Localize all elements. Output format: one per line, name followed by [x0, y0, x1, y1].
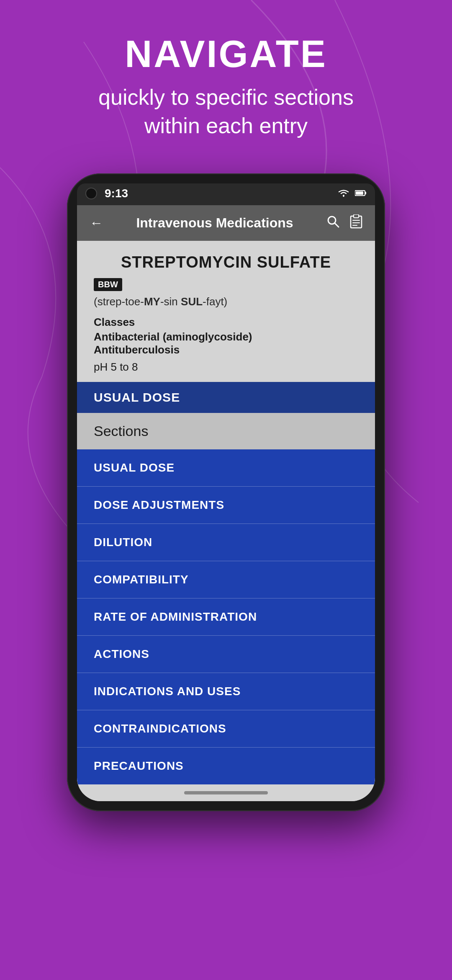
- classes-label: Classes: [94, 314, 358, 330]
- section-item-usual-dose[interactable]: USUAL DOSE: [77, 449, 375, 487]
- search-icon[interactable]: [326, 215, 340, 231]
- sections-popup: Sections USUAL DOSE DOSE ADJUSTMENTS DIL…: [77, 413, 375, 784]
- sections-title-row: Sections: [77, 413, 375, 449]
- class-item-2: Antituberculosis: [94, 343, 358, 356]
- phone-outer: 9:13: [67, 173, 385, 811]
- bbw-badge: BBW: [94, 278, 122, 291]
- status-time: 9:13: [105, 187, 128, 200]
- svg-point-0: [343, 195, 344, 196]
- back-button[interactable]: ←: [90, 215, 103, 231]
- section-item-compatibility[interactable]: COMPATIBILITY: [77, 561, 375, 598]
- svg-rect-3: [356, 191, 363, 195]
- sections-title: Sections: [94, 423, 148, 439]
- section-item-actions[interactable]: ACTIONS: [77, 636, 375, 673]
- phone-screen: ← Intravenous Medications: [77, 205, 375, 801]
- section-item-label: PRECAUTIONS: [94, 759, 184, 772]
- svg-rect-2: [365, 192, 366, 194]
- clipboard-icon[interactable]: [350, 214, 362, 232]
- section-item-precautions[interactable]: PRECAUTIONS: [77, 748, 375, 784]
- status-bar: 9:13: [77, 183, 375, 205]
- section-item-indications[interactable]: INDICATIONS AND USES: [77, 673, 375, 710]
- ph-value: pH 5 to 8: [94, 361, 358, 374]
- section-item-label: COMPATIBILITY: [94, 573, 189, 586]
- usual-dose-bar: USUAL DOSE: [77, 382, 375, 413]
- header-subtitle: quickly to specific sections within each…: [25, 83, 427, 140]
- section-item-label: INDICATIONS AND USES: [94, 685, 241, 698]
- section-item-dilution[interactable]: DILUTION: [77, 524, 375, 561]
- section-item-rate-of-admin[interactable]: RATE OF ADMINISTRATION: [77, 598, 375, 636]
- home-indicator: [184, 791, 268, 794]
- pronunciation: (strep-toe-MY-sin SUL-fayt): [94, 295, 358, 308]
- section-item-contraindications[interactable]: CONTRAINDICATIONS: [77, 710, 375, 748]
- battery-icon: [355, 188, 367, 199]
- nav-icons: [326, 214, 362, 232]
- class-item-1: Antibacterial (aminoglycoside): [94, 330, 358, 343]
- svg-rect-7: [354, 214, 359, 218]
- header-title: NAVIGATE: [25, 34, 427, 75]
- status-icons: [337, 188, 367, 199]
- section-item-label: DILUTION: [94, 536, 152, 549]
- section-item-label: DOSE ADJUSTMENTS: [94, 498, 224, 511]
- drug-name: STREPTOMYCIN SULFATE: [94, 253, 358, 271]
- svg-line-5: [335, 223, 339, 227]
- phone-camera: [85, 188, 97, 199]
- phone-bottom: [77, 784, 375, 801]
- section-item-dose-adjustments[interactable]: DOSE ADJUSTMENTS: [77, 487, 375, 524]
- section-item-label: CONTRAINDICATIONS: [94, 722, 226, 735]
- page-title: Intravenous Medications: [111, 215, 318, 231]
- section-item-label: ACTIONS: [94, 647, 149, 660]
- section-item-label: USUAL DOSE: [94, 461, 175, 474]
- phone-mockup: 9:13: [0, 173, 452, 811]
- app-navbar: ← Intravenous Medications: [77, 205, 375, 241]
- header-section: NAVIGATE quickly to specific sections wi…: [0, 0, 452, 165]
- usual-dose-label: USUAL DOSE: [94, 390, 180, 404]
- section-item-label: RATE OF ADMINISTRATION: [94, 610, 257, 623]
- wifi-icon: [337, 188, 350, 199]
- drug-entry: STREPTOMYCIN SULFATE BBW (strep-toe-MY-s…: [77, 241, 375, 382]
